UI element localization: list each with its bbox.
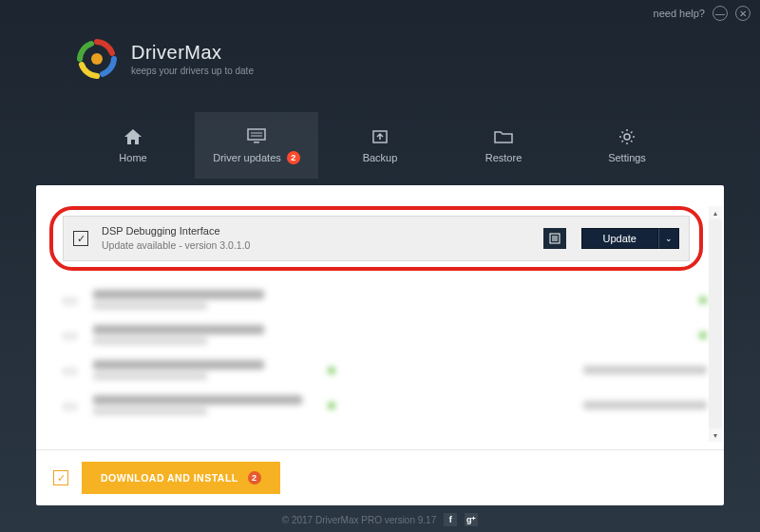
svg-rect-4 xyxy=(254,142,259,143)
driver-row-blurred: ▭ xyxy=(49,352,716,388)
close-button[interactable]: ✕ xyxy=(735,6,750,21)
driver-row-blurred: ▭ xyxy=(49,282,716,317)
svg-rect-1 xyxy=(248,129,265,140)
content-panel: ✓ DSP Debugging Interface Update availab… xyxy=(36,185,724,505)
scroll-up-button[interactable]: ▴ xyxy=(709,206,722,219)
app-logo-icon xyxy=(76,38,118,80)
home-icon xyxy=(124,127,142,146)
driver-row-blurred: ▭ xyxy=(49,317,716,352)
row-checkbox[interactable]: ✓ xyxy=(73,231,88,246)
download-install-button[interactable]: DOWNLOAD AND INSTALL 2 xyxy=(82,462,280,494)
folder-icon xyxy=(494,127,513,146)
main-nav: Home Driver updates 2 Backup Restore Set… xyxy=(0,112,760,179)
scrollbar[interactable]: ▴ ▾ xyxy=(709,206,722,442)
nav-backup[interactable]: Backup xyxy=(318,112,442,179)
driver-list: ✓ DSP Debugging Interface Update availab… xyxy=(36,185,724,449)
copyright-text: © 2017 DriverMax PRO version 9.17 xyxy=(282,515,436,525)
audio-icon: ▭ xyxy=(59,326,80,345)
status-ok-icon xyxy=(699,332,707,339)
windows-icon: ▭ xyxy=(59,361,80,380)
status-ok-icon xyxy=(328,402,335,409)
bottom-action-bar: ✓ DOWNLOAD AND INSTALL 2 xyxy=(36,449,724,505)
nav-label: Settings xyxy=(608,152,646,163)
monitor-icon: ▭ xyxy=(59,291,80,310)
app-subtitle: keeps your drivers up to date xyxy=(131,66,254,76)
download-label: DOWNLOAD AND INSTALL xyxy=(101,472,238,484)
googleplus-icon[interactable]: g⁺ xyxy=(465,513,478,526)
select-all-checkbox[interactable]: ✓ xyxy=(53,470,68,485)
backup-icon xyxy=(370,127,390,146)
svg-point-6 xyxy=(624,134,630,140)
windows-icon: ▭ xyxy=(59,396,80,415)
nav-label: Home xyxy=(119,152,146,163)
update-button[interactable]: Update xyxy=(581,228,658,249)
updates-badge: 2 xyxy=(287,151,300,164)
download-count-badge: 2 xyxy=(248,471,261,484)
nav-driver-updates[interactable]: Driver updates 2 xyxy=(195,112,318,179)
brand-header: DriverMax keeps your drivers up to date xyxy=(76,38,254,80)
svg-point-0 xyxy=(91,53,103,65)
update-dropdown-button[interactable]: ⌄ xyxy=(658,228,679,249)
nav-settings[interactable]: Settings xyxy=(565,112,689,179)
update-button-group: Update ⌄ xyxy=(581,228,679,249)
highlighted-driver-row: ✓ DSP Debugging Interface Update availab… xyxy=(49,206,703,271)
status-ok-icon xyxy=(699,296,707,304)
nav-restore[interactable]: Restore xyxy=(442,112,565,179)
facebook-icon[interactable]: f xyxy=(444,513,457,526)
monitor-icon xyxy=(247,126,266,145)
nav-label: Restore xyxy=(485,152,522,163)
driver-row-blurred: ▭ xyxy=(49,388,716,423)
nav-label: Backup xyxy=(363,152,398,163)
nav-home[interactable]: Home xyxy=(71,112,195,179)
scroll-down-button[interactable]: ▾ xyxy=(709,428,722,442)
details-icon[interactable] xyxy=(543,228,566,249)
footer: © 2017 DriverMax PRO version 9.17 f g⁺ xyxy=(0,513,760,526)
app-title: DriverMax xyxy=(131,42,254,64)
gear-icon xyxy=(618,127,636,146)
nav-label: Driver updates xyxy=(213,152,281,163)
driver-row[interactable]: ✓ DSP Debugging Interface Update availab… xyxy=(63,216,690,261)
title-bar: need help? — ✕ xyxy=(654,6,750,21)
help-link[interactable]: need help? xyxy=(654,8,705,19)
minimize-button[interactable]: — xyxy=(712,6,728,21)
driver-status: Update available - version 3.0.1.0 xyxy=(102,238,530,253)
status-ok-icon xyxy=(328,367,335,374)
driver-name: DSP Debugging Interface xyxy=(102,224,530,238)
